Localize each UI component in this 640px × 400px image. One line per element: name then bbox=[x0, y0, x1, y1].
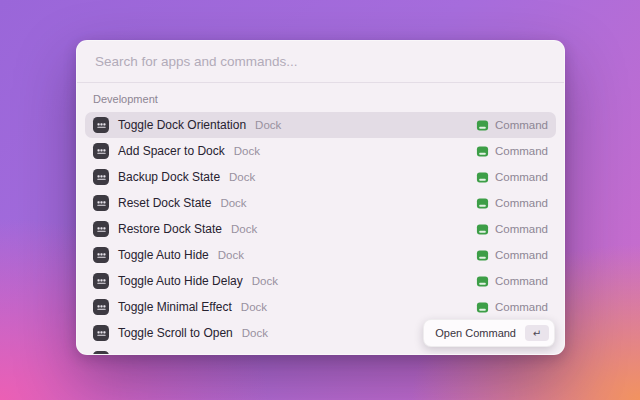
search-bar bbox=[77, 41, 564, 83]
command-list: Toggle Dock Orientation Dock Command bbox=[85, 112, 556, 354]
command-title: Add Spacer to Dock bbox=[118, 144, 225, 158]
command-type-label: Command bbox=[495, 119, 548, 131]
command-green-icon bbox=[476, 197, 489, 210]
command-title: Toggle Auto Hide Delay bbox=[118, 274, 243, 288]
command-green-icon bbox=[476, 275, 489, 288]
command-green-icon bbox=[476, 145, 489, 158]
command-title: Reset Dock State bbox=[118, 196, 211, 210]
return-key-icon: ↵ bbox=[525, 325, 549, 341]
command-type-label: Command bbox=[495, 353, 548, 354]
command-type-label: Command bbox=[495, 249, 548, 261]
command-green-icon bbox=[476, 249, 489, 262]
dock-icon bbox=[93, 299, 109, 315]
list-item[interactable]: Toggle Show Hidden Dock Command bbox=[85, 346, 556, 354]
dock-icon bbox=[93, 351, 109, 354]
command-green-icon bbox=[476, 223, 489, 236]
command-type-label: Command bbox=[495, 275, 548, 287]
dock-icon bbox=[93, 221, 109, 237]
command-title: Restore Dock State bbox=[118, 222, 222, 236]
dock-icon bbox=[93, 117, 109, 133]
list-item[interactable]: Toggle Minimal Effect Dock Command bbox=[85, 294, 556, 320]
list-item[interactable]: Toggle Dock Orientation Dock Command bbox=[85, 112, 556, 138]
command-subtitle: Dock bbox=[220, 197, 246, 209]
command-title: Toggle Auto Hide bbox=[118, 248, 209, 262]
section-header: Development bbox=[85, 89, 556, 112]
command-type-label: Command bbox=[495, 171, 548, 183]
command-green-icon bbox=[476, 171, 489, 184]
command-subtitle: Dock bbox=[237, 353, 263, 354]
command-green-icon bbox=[476, 301, 489, 314]
command-subtitle: Dock bbox=[218, 249, 244, 261]
dock-icon bbox=[93, 143, 109, 159]
command-subtitle: Dock bbox=[229, 171, 255, 183]
list-item[interactable]: Toggle Auto Hide Delay Dock Command bbox=[85, 268, 556, 294]
command-title: Backup Dock State bbox=[118, 170, 220, 184]
command-type-label: Command bbox=[495, 223, 548, 235]
command-title: Toggle Minimal Effect bbox=[118, 300, 232, 314]
open-command-label: Open Command bbox=[435, 327, 516, 339]
dock-icon bbox=[93, 273, 109, 289]
open-command-hint[interactable]: Open Command ↵ bbox=[423, 319, 555, 347]
command-subtitle: Dock bbox=[255, 119, 281, 131]
list-item[interactable]: Restore Dock State Dock Command bbox=[85, 216, 556, 242]
command-palette-window: Development Toggle Dock Orientation Dock bbox=[76, 40, 565, 355]
command-type-label: Command bbox=[495, 197, 548, 209]
list-item[interactable]: Add Spacer to Dock Dock Command bbox=[85, 138, 556, 164]
command-type-label: Command bbox=[495, 145, 548, 157]
search-input[interactable] bbox=[93, 53, 548, 70]
desktop-background: Development Toggle Dock Orientation Dock bbox=[0, 0, 640, 400]
command-title: Toggle Scroll to Open bbox=[118, 326, 233, 340]
command-green-icon bbox=[476, 119, 489, 132]
command-subtitle: Dock bbox=[242, 327, 268, 339]
command-subtitle: Dock bbox=[241, 301, 267, 313]
dock-icon bbox=[93, 325, 109, 341]
dock-icon bbox=[93, 247, 109, 263]
list-item[interactable]: Reset Dock State Dock Command bbox=[85, 190, 556, 216]
results-area: Development Toggle Dock Orientation Dock bbox=[77, 83, 564, 354]
command-title: Toggle Dock Orientation bbox=[118, 118, 246, 132]
command-green-icon bbox=[476, 353, 489, 355]
list-item[interactable]: Backup Dock State Dock Command bbox=[85, 164, 556, 190]
dock-icon bbox=[93, 195, 109, 211]
command-title: Toggle Show Hidden bbox=[118, 352, 228, 354]
dock-icon bbox=[93, 169, 109, 185]
command-subtitle: Dock bbox=[231, 223, 257, 235]
command-subtitle: Dock bbox=[234, 145, 260, 157]
list-item[interactable]: Toggle Auto Hide Dock Command bbox=[85, 242, 556, 268]
command-type-label: Command bbox=[495, 301, 548, 313]
command-subtitle: Dock bbox=[252, 275, 278, 287]
